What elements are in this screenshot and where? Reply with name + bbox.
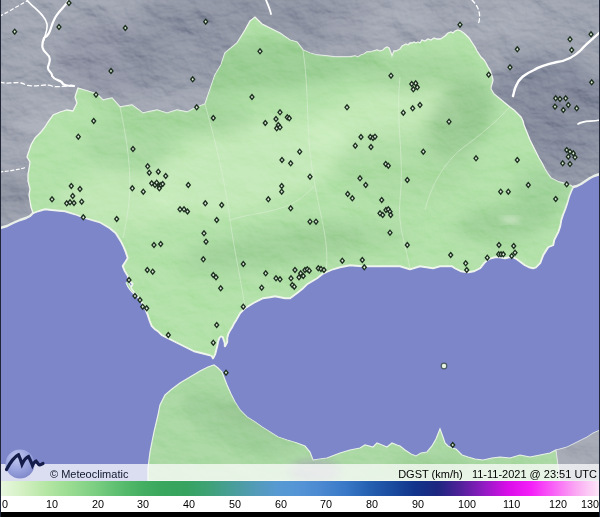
svg-text:120: 120 bbox=[549, 498, 567, 510]
svg-text:0: 0 bbox=[2, 498, 8, 510]
svg-text:110: 110 bbox=[503, 498, 520, 510]
svg-text:DGST (km/h) 11-11-2021 @ 23:: DGST (km/h) 11-11-2021 @ 23:51 UTC bbox=[398, 468, 597, 480]
svg-text:50: 50 bbox=[229, 498, 241, 510]
svg-text:100: 100 bbox=[458, 498, 476, 510]
svg-text:130: 130 bbox=[581, 498, 599, 510]
svg-text:20: 20 bbox=[92, 498, 104, 510]
svg-text:10: 10 bbox=[46, 498, 58, 510]
svg-text:70: 70 bbox=[320, 498, 332, 510]
svg-text:60: 60 bbox=[275, 498, 287, 510]
svg-text:© Meteoclimatic: © Meteoclimatic bbox=[50, 468, 129, 480]
svg-text:90: 90 bbox=[412, 498, 424, 510]
svg-text:30: 30 bbox=[137, 498, 149, 510]
svg-text:80: 80 bbox=[366, 498, 378, 510]
svg-text:40: 40 bbox=[183, 498, 195, 510]
